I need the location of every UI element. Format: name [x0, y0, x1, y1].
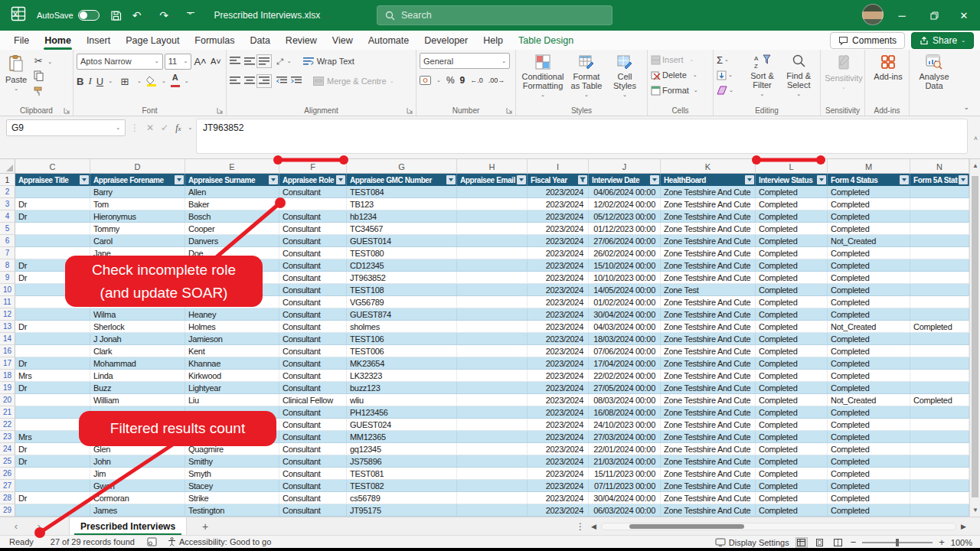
horizontal-scrollbar-thumb[interactable]: [629, 524, 744, 529]
cell-F28[interactable]: Consultant: [279, 492, 347, 504]
cell-C19[interactable]: Dr: [15, 382, 90, 394]
column-header-N[interactable]: N: [910, 159, 969, 174]
insert-cells-button[interactable]: Insert⌄: [651, 52, 710, 67]
font-name-select[interactable]: Aptos Narrow⌄: [77, 54, 163, 70]
zoom-out-button[interactable]: −: [851, 536, 857, 548]
cell-F2[interactable]: Consultant: [279, 186, 347, 198]
cell-K4[interactable]: Zone Testshire And Cute: [661, 210, 756, 223]
cell-C24[interactable]: Dr: [15, 443, 90, 455]
decrease-indent-icon[interactable]: [276, 77, 287, 86]
cell-N26[interactable]: [910, 468, 969, 480]
ribbon-tab-formulas[interactable]: Formulas: [187, 31, 242, 50]
cell-H3[interactable]: [457, 198, 528, 210]
cell-N13[interactable]: Completed: [910, 321, 969, 333]
cell-L3[interactable]: Completed: [756, 198, 828, 210]
column-header-K[interactable]: K: [661, 159, 756, 174]
cell-H16[interactable]: [457, 345, 528, 357]
ribbon-tab-review[interactable]: Review: [278, 31, 325, 50]
cell-D14[interactable]: J Jonah: [90, 333, 185, 345]
row-header-20[interactable]: 20: [0, 394, 15, 406]
format-cells-button[interactable]: Format⌄: [651, 83, 710, 98]
cell-L6[interactable]: Completed: [756, 235, 828, 247]
cell-D25[interactable]: John: [90, 455, 185, 468]
cell-G14[interactable]: TEST106: [347, 333, 457, 345]
cell-G24[interactable]: gq12345: [347, 443, 457, 455]
cell-I4[interactable]: 2023/2024: [528, 210, 589, 223]
cell-K17[interactable]: Zone Testshire And Cute: [661, 357, 756, 370]
scroll-down-arrow[interactable]: ▼: [970, 507, 980, 514]
cell-L22[interactable]: Completed: [756, 419, 828, 431]
row-header-28[interactable]: 28: [0, 492, 15, 504]
cell-F25[interactable]: Consultant: [279, 455, 347, 468]
fill-color-button[interactable]: [146, 75, 157, 88]
cell-M24[interactable]: Completed: [828, 443, 910, 455]
cell-G12[interactable]: GUEST874: [347, 308, 457, 321]
orientation-icon[interactable]: ⤢: [276, 57, 283, 67]
cell-E12[interactable]: Heaney: [185, 308, 279, 321]
number-dialog-launcher[interactable]: [506, 107, 513, 114]
column-header-M[interactable]: M: [828, 159, 910, 174]
row-header-16[interactable]: 16: [0, 345, 15, 357]
conditional-formatting-button[interactable]: Conditional Formatting⌄: [519, 53, 567, 103]
cell-M26[interactable]: Completed: [828, 468, 910, 480]
ribbon-tab-file[interactable]: File: [6, 31, 37, 50]
align-right-icon[interactable]: [259, 77, 270, 86]
cell-L14[interactable]: Completed: [756, 333, 828, 345]
cell-H6[interactable]: [457, 235, 528, 247]
cell-E16[interactable]: Kent: [185, 345, 279, 357]
cell-M20[interactable]: Not_Created: [828, 394, 910, 406]
scrollbar-options-dots[interactable]: ⋮: [576, 521, 585, 532]
cell-K8[interactable]: Zone Testshire And Cute: [661, 259, 756, 272]
cell-D13[interactable]: Sherlock: [90, 321, 185, 333]
cell-E28[interactable]: Strike: [185, 492, 279, 504]
cell-J2[interactable]: 04/06/2024 00:00: [589, 186, 661, 198]
cell-L29[interactable]: Completed: [756, 504, 828, 517]
borders-icon[interactable]: ⊞: [117, 73, 132, 89]
cell-L16[interactable]: Completed: [756, 345, 828, 357]
cell-J20[interactable]: 08/03/2024 00:00: [589, 394, 661, 406]
cell-J9[interactable]: 10/10/2023 00:00: [589, 272, 661, 284]
filter-dropdown-icon[interactable]: [517, 175, 526, 184]
cell-G25[interactable]: JS75896: [347, 455, 457, 468]
cell-I7[interactable]: 2023/2024: [528, 247, 589, 259]
cell-N22[interactable]: [910, 419, 969, 431]
row-header-5[interactable]: 5: [0, 223, 15, 235]
cell-C5[interactable]: [15, 223, 90, 235]
percent-style-icon[interactable]: %: [446, 75, 455, 86]
cell-C18[interactable]: Mrs: [15, 370, 90, 382]
zoom-slider-thumb[interactable]: [896, 539, 899, 546]
underline-button[interactable]: U: [96, 76, 103, 87]
align-center-icon[interactable]: [244, 77, 255, 86]
cell-D6[interactable]: Carol: [90, 235, 185, 247]
cell-C2[interactable]: [15, 186, 90, 198]
cell-H24[interactable]: [457, 443, 528, 455]
cell-C3[interactable]: Dr: [15, 198, 90, 210]
cell-F6[interactable]: Consultant: [279, 235, 347, 247]
addins-button[interactable]: Add-ins: [868, 53, 908, 103]
cell-D12[interactable]: Wilma: [90, 308, 185, 321]
cell-G28[interactable]: cs56789: [347, 492, 457, 504]
cut-icon[interactable]: ✂: [31, 53, 46, 68]
cell-M7[interactable]: Completed: [828, 247, 910, 259]
cell-L12[interactable]: Completed: [756, 308, 828, 321]
autosave-toggle[interactable]: [78, 10, 100, 21]
cell-M14[interactable]: Completed: [828, 333, 910, 345]
filter-dropdown-icon[interactable]: [175, 175, 184, 184]
vertical-scrollbar[interactable]: ▲ ▼: [969, 159, 980, 517]
cell-I28[interactable]: 2023/2024: [528, 492, 589, 504]
new-sheet-button[interactable]: +: [202, 520, 208, 533]
cell-F26[interactable]: Consultant: [279, 468, 347, 480]
column-header-H[interactable]: H: [457, 159, 528, 174]
sort-filter-button[interactable]: AZ Sort & Filter⌄: [744, 52, 781, 103]
cell-E2[interactable]: Allen: [185, 186, 279, 198]
cell-H10[interactable]: [457, 284, 528, 296]
cell-F19[interactable]: Consultant: [279, 382, 347, 394]
cell-I6[interactable]: 2023/2024: [528, 235, 589, 247]
cell-J19[interactable]: 27/05/2024 00:00: [589, 382, 661, 394]
cell-I22[interactable]: 2023/2024: [528, 419, 589, 431]
cell-E18[interactable]: Kirkwood: [185, 370, 279, 382]
cell-J13[interactable]: 04/03/2024 00:00: [589, 321, 661, 333]
cell-L20[interactable]: Completed: [756, 394, 828, 406]
cell-C25[interactable]: Dr: [15, 455, 90, 468]
cell-N24[interactable]: [910, 443, 969, 455]
